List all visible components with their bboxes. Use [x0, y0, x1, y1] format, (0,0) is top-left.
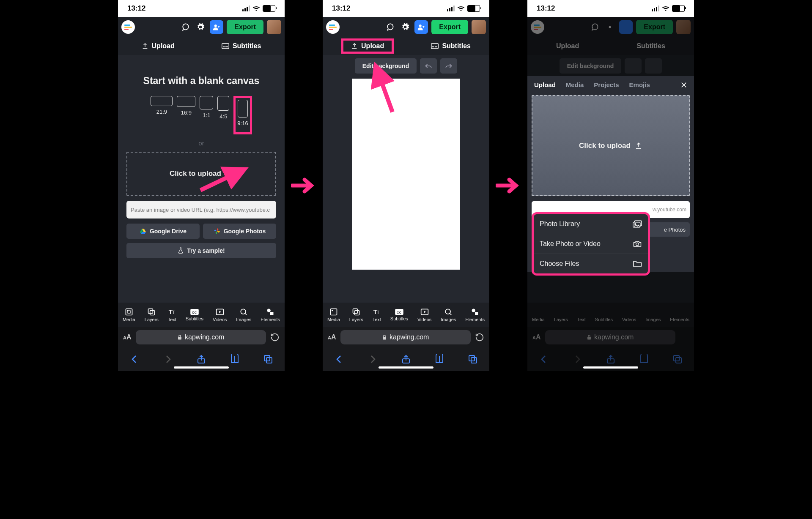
upload-dropzone-large[interactable]: Click to upload [532, 95, 690, 196]
ratio-9-16[interactable]: 9:16 [237, 100, 248, 126]
edit-background-button[interactable]: Edit background [355, 58, 417, 74]
app-logo[interactable] [121, 20, 135, 34]
nav-media[interactable]: Media [123, 308, 135, 322]
nav-media[interactable]: Media [327, 308, 340, 322]
dropzone-label: Click to upload [170, 169, 221, 178]
redo-button[interactable] [440, 58, 457, 74]
add-user-button[interactable] [414, 20, 428, 34]
tab-subtitles[interactable]: Subtitles [222, 42, 261, 50]
svg-rect-16 [270, 312, 274, 315]
try-sample-button[interactable]: Try a sample! [126, 243, 276, 258]
share-icon[interactable] [401, 354, 411, 364]
nav-text[interactable]: TTText [373, 308, 381, 322]
undo-button[interactable] [420, 58, 437, 74]
chat-icon[interactable] [384, 21, 396, 33]
step-arrow-2 [489, 0, 527, 371]
avatar[interactable] [267, 20, 281, 34]
back-icon[interactable] [334, 354, 344, 364]
svg-rect-29 [355, 311, 359, 315]
safari-url-bar: AA kapwing.com [118, 327, 285, 347]
action-take-photo[interactable]: Take Photo or Video [534, 234, 648, 254]
ratio-16-9[interactable]: 16:9 [177, 96, 195, 134]
home-indicator[interactable] [174, 366, 229, 369]
svg-text:T: T [172, 310, 175, 315]
nav-subtitles[interactable]: CCSubtitles [186, 309, 203, 321]
page-heading: Start with a blank canvas [118, 75, 285, 87]
svg-rect-8 [150, 311, 155, 315]
svg-rect-38 [383, 337, 386, 340]
nav-videos[interactable]: Videos [417, 308, 431, 322]
svg-rect-1 [222, 44, 229, 49]
nav-layers[interactable]: Layers [145, 308, 159, 322]
url-domain: kapwing.com [390, 333, 429, 341]
upload-dropzone[interactable]: Click to upload [126, 152, 276, 196]
nav-elements[interactable]: Elements [465, 308, 485, 322]
gdrive-icon [140, 228, 146, 234]
export-button[interactable]: Export [431, 20, 468, 34]
google-photos-button[interactable]: Google Photos [203, 224, 276, 239]
home-indicator[interactable] [583, 366, 638, 369]
add-user-button[interactable] [210, 20, 223, 34]
app-logo[interactable] [326, 20, 340, 34]
ratio-21-9[interactable]: 21:9 [151, 96, 173, 134]
tab-upload[interactable]: Upload [351, 42, 384, 50]
home-indicator[interactable] [379, 366, 433, 369]
panel-tab-emojis[interactable]: Emojis [629, 81, 650, 88]
nav-elements[interactable]: Elements [261, 308, 280, 322]
safari-url-bar: AA kapwing.com [527, 327, 694, 347]
svg-text:CC: CC [397, 311, 402, 314]
export-button[interactable]: Export [227, 20, 263, 34]
ratio-4-5[interactable]: 4:5 [217, 96, 229, 134]
panel-tab-upload[interactable]: Upload [534, 81, 556, 88]
lock-icon [177, 334, 182, 340]
nav-videos[interactable]: Videos [213, 308, 227, 322]
text-size-button[interactable]: AA [328, 333, 336, 341]
nav-images[interactable]: Images [236, 308, 251, 322]
bookmarks-icon[interactable] [434, 354, 444, 364]
avatar[interactable] [472, 20, 486, 34]
gear-icon[interactable] [399, 21, 411, 33]
svg-point-15 [267, 309, 271, 312]
nav-images[interactable]: Images [441, 308, 456, 322]
share-icon[interactable] [196, 354, 206, 364]
bookmarks-icon [639, 354, 649, 364]
status-icons [652, 5, 685, 12]
reload-icon[interactable] [475, 333, 484, 342]
svg-point-27 [332, 310, 333, 311]
status-time: 13:12 [127, 4, 145, 13]
bookmarks-icon[interactable] [230, 354, 240, 364]
action-choose-files[interactable]: Choose Files [534, 254, 648, 273]
tabs: Upload Subtitles [118, 37, 285, 55]
tabs-icon[interactable] [263, 354, 273, 364]
content-area: Start with a blank canvas 21:9 16:9 1:1 … [118, 55, 285, 303]
panel-tab-media[interactable]: Media [566, 81, 584, 88]
url-field[interactable]: kapwing.com [136, 330, 266, 344]
back-icon[interactable] [129, 354, 140, 364]
signal-icon [447, 5, 455, 11]
reload-icon[interactable] [270, 333, 280, 342]
url-input[interactable]: Paste an image or video URL (e.g. https:… [126, 201, 276, 219]
tab-subtitles-label: Subtitles [233, 42, 261, 50]
action-photo-library[interactable]: Photo Library [534, 214, 648, 234]
tab-subtitles[interactable]: Subtitles [431, 42, 471, 50]
nav-subtitles[interactable]: CCSubtitles [390, 309, 408, 321]
panel-tab-projects[interactable]: Projects [594, 81, 619, 88]
chat-icon[interactable] [179, 21, 191, 33]
status-bar: 13:12 [527, 0, 694, 17]
tab-upload[interactable]: Upload [142, 42, 175, 50]
close-icon[interactable] [680, 82, 687, 88]
edit-background-button: Edit background [560, 58, 621, 74]
gear-icon[interactable] [195, 21, 206, 33]
phone-screen-2: 13:12 Export Upload [323, 0, 489, 371]
tab-upload-label: Upload [361, 42, 384, 50]
tabs: Upload Subtitles [527, 37, 694, 55]
nav-text[interactable]: TTText [168, 308, 176, 322]
nav-layers[interactable]: Layers [349, 308, 363, 322]
blank-canvas[interactable] [352, 79, 460, 270]
app-topbar: Export [527, 17, 694, 37]
text-size-button[interactable]: AA [123, 333, 132, 341]
tabs-icon[interactable] [468, 354, 478, 364]
ratio-1-1[interactable]: 1:1 [200, 96, 213, 134]
url-field[interactable]: kapwing.com [340, 330, 471, 344]
google-drive-button[interactable]: Google Drive [126, 224, 200, 239]
